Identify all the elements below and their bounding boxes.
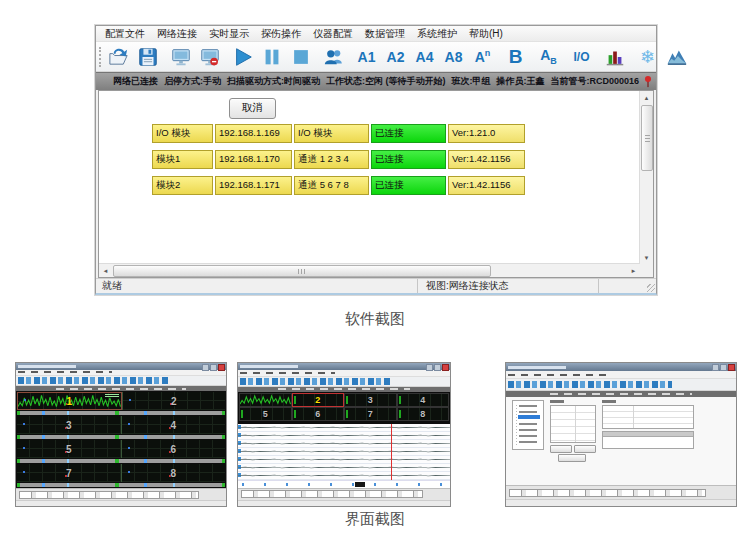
gain-an-button[interactable]: An bbox=[468, 44, 497, 70]
gain-a4-button[interactable]: A4 bbox=[410, 44, 439, 70]
open-button[interactable] bbox=[104, 44, 133, 70]
cancel-button[interactable]: 取消 bbox=[229, 98, 276, 119]
channel-panel-4: 4 bbox=[121, 416, 226, 434]
io-button[interactable]: I/O bbox=[567, 44, 596, 70]
channel-number: 6 bbox=[170, 444, 176, 455]
module-ip-cell: 192.168.1.169 bbox=[215, 124, 292, 143]
menu-network-connection[interactable]: 网络连接 bbox=[151, 27, 203, 41]
table-row: 模块1 192.168.1.170 通道 1 2 3 4 已连接 Ver:1.4… bbox=[152, 150, 525, 169]
menu-flaw-detection[interactable]: 探伤操作 bbox=[255, 27, 307, 41]
toolbar-grip[interactable] bbox=[99, 47, 101, 67]
channel-panel-6: 6 bbox=[292, 407, 345, 421]
window-buttons bbox=[426, 364, 449, 371]
menu-placeholder bbox=[240, 372, 335, 374]
toolbar-icons-placeholder bbox=[508, 381, 672, 388]
title-text-placeholder bbox=[240, 365, 298, 368]
channel-row: 3 4 bbox=[17, 416, 225, 434]
disconnect-button[interactable] bbox=[195, 44, 224, 70]
instrument-status-strip: 网络已连接 启停方式:手动 扫描驱动方式:时间驱动 工作状态:空闲 (等待手动开… bbox=[96, 72, 656, 90]
statistics-button[interactable] bbox=[600, 44, 629, 70]
scroll-down-arrow[interactable]: ▼ bbox=[640, 251, 653, 264]
scale-ticks bbox=[242, 483, 446, 486]
operator-status: 操作员:王鑫 bbox=[496, 75, 544, 88]
network-status: 网络已连接 bbox=[113, 75, 158, 88]
module-version-cell: Ver:1.42.1156 bbox=[448, 150, 525, 169]
horizontal-scroll-thumb[interactable] bbox=[113, 265, 491, 277]
gain-a2-button[interactable]: A2 bbox=[381, 44, 410, 70]
menu-realtime-display[interactable]: 实时显示 bbox=[203, 27, 255, 41]
scroll-left-arrow[interactable]: ◄ bbox=[99, 264, 112, 277]
scan-mode-status: 扫描驱动方式:时间驱动 bbox=[227, 75, 320, 88]
module-status-table: I/O 模块 192.168.1.169 I/O 模块 已连接 Ver:1.21… bbox=[152, 124, 525, 202]
mini-toolbar bbox=[238, 377, 450, 387]
channel-number: 7 bbox=[66, 468, 72, 479]
mini-titlebar bbox=[16, 363, 226, 370]
save-button[interactable] bbox=[133, 44, 162, 70]
pause-button[interactable] bbox=[257, 44, 286, 70]
scale-marker bbox=[355, 482, 365, 487]
channel-panel-7: 7 bbox=[17, 464, 121, 482]
module-name-cell: 模块2 bbox=[152, 176, 213, 195]
strip-traces bbox=[238, 424, 450, 480]
freeze-button[interactable]: ❄ bbox=[633, 44, 662, 70]
channel-panel-8: 8 bbox=[397, 407, 450, 421]
menu-help[interactable]: 帮助(H) bbox=[463, 27, 509, 41]
connect-button[interactable] bbox=[166, 44, 195, 70]
scroll-right-arrow[interactable]: ► bbox=[627, 264, 640, 277]
section-label-placeholder bbox=[550, 400, 564, 403]
description-box bbox=[602, 431, 694, 449]
users-button[interactable] bbox=[319, 44, 348, 70]
waveform-trace bbox=[240, 394, 291, 406]
menu-config-file[interactable]: 配置文件 bbox=[99, 27, 151, 41]
section-label-placeholder bbox=[602, 400, 616, 403]
strip-row bbox=[238, 456, 450, 464]
vertical-scroll-thumb[interactable] bbox=[641, 105, 653, 171]
channel-panel-2: 2 bbox=[292, 393, 345, 407]
snowflake-icon: ❄ bbox=[640, 48, 655, 66]
channel-number: 5 bbox=[66, 444, 72, 455]
module-name-cell: I/O 模块 bbox=[152, 124, 213, 143]
start-button[interactable] bbox=[228, 44, 257, 70]
gain-a8-button[interactable]: A8 bbox=[439, 44, 468, 70]
mini-control-bar bbox=[16, 488, 226, 500]
close-icon bbox=[218, 364, 225, 371]
start-mode-status: 启停方式:手动 bbox=[164, 75, 221, 88]
menu-data-management[interactable]: 数据管理 bbox=[359, 27, 411, 41]
menu-system-maintenance[interactable]: 系统维护 bbox=[411, 27, 463, 41]
cancel-button-mini bbox=[574, 445, 596, 453]
ready-status: 就绪 bbox=[96, 279, 417, 293]
apply-button bbox=[550, 445, 572, 453]
channel-panel-6: 6 bbox=[121, 440, 226, 458]
channel-panel-7: 7 bbox=[344, 407, 397, 421]
horizontal-scroll-track[interactable] bbox=[112, 264, 627, 277]
monitor-icon bbox=[170, 46, 192, 68]
flaw-detector-software-window: 配置文件 网络连接 实时显示 探伤操作 仪器配置 数据管理 系统维护 帮助(H)… bbox=[95, 25, 657, 295]
module-name-cell: 模块1 bbox=[152, 150, 213, 169]
vertical-scrollbar[interactable]: ▲ ▼ bbox=[639, 91, 653, 264]
channel-panel-5: 5 bbox=[239, 407, 292, 421]
resize-grip[interactable] bbox=[647, 284, 655, 292]
work-state-status: 工作状态:空闲 (等待手动开始) bbox=[326, 75, 446, 88]
tube-number-status: 当前管号:RCD000016 bbox=[550, 75, 639, 88]
module-version-cell: Ver:1.42.1156 bbox=[448, 176, 525, 195]
channel-number: 3 bbox=[66, 420, 72, 431]
toolbar-icons-placeholder bbox=[18, 377, 168, 384]
channel-status-strip bbox=[17, 411, 225, 415]
tree-line bbox=[516, 405, 517, 445]
waveform-grid: 1 2 3 4 5 6 7 8 bbox=[16, 391, 226, 488]
horizontal-scrollbar[interactable]: ◄ ► bbox=[99, 263, 640, 277]
maximize-icon bbox=[210, 364, 217, 371]
mini-screenshot-config-view bbox=[505, 362, 737, 507]
stop-button[interactable] bbox=[286, 44, 315, 70]
balance-button[interactable]: B bbox=[501, 44, 530, 70]
menu-instrument-config[interactable]: 仪器配置 bbox=[307, 27, 359, 41]
ab-compare-button[interactable]: AB bbox=[534, 44, 563, 70]
mini-control-bar bbox=[506, 485, 736, 499]
scroll-up-arrow[interactable]: ▲ bbox=[640, 91, 653, 104]
channel-number: 2 bbox=[315, 395, 320, 405]
strip-row bbox=[238, 448, 450, 456]
module-version-cell: Ver:1.21.0 bbox=[448, 124, 525, 143]
gain-a1-button[interactable]: A1 bbox=[352, 44, 381, 70]
waveform-view-button[interactable] bbox=[662, 44, 691, 70]
channel-panel-3: 3 bbox=[17, 416, 121, 434]
